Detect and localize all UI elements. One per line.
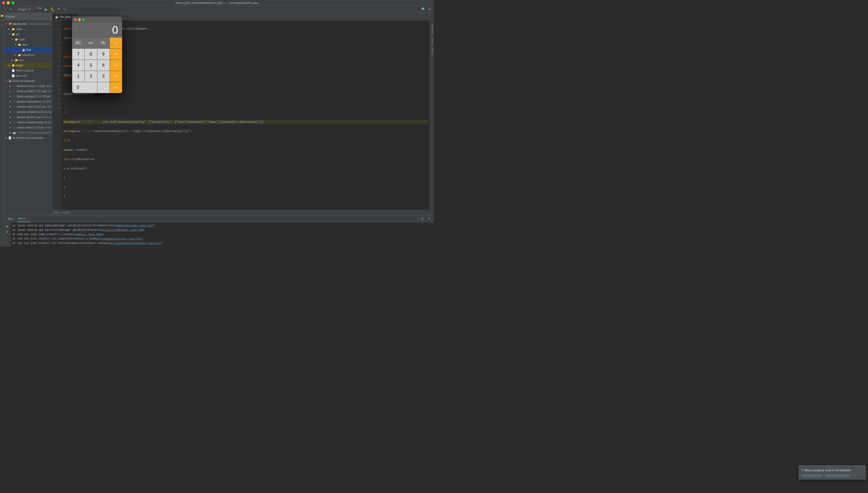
tree-item-fxtxml-jndi[interactable]: ▼ 📦 fxtxml_jndi ~/Downloads/fxtxml_jndi (4, 21, 52, 26)
calc-btn-plusminus[interactable]: +/- (85, 38, 97, 48)
jar-icon: ⬛ (13, 110, 16, 114)
calc-btn-6[interactable]: 6 (97, 60, 110, 71)
run-line-4: at com.sun.jndi.toolkit.ctx.ComponentCon… (13, 237, 432, 241)
structure-icon[interactable]: ☰ (0, 19, 4, 22)
tree-item-jackson-annotations[interactable]: ▶ ⬛ jackson-annotations-2.10.1.jar libra… (4, 99, 52, 104)
run-button[interactable]: ▶ (44, 6, 49, 12)
profile-button[interactable]: ⏱ (62, 6, 68, 12)
tree-item-anteros-core[interactable]: ▶ ⬛ Anteros-Core-1.1.9.jar library root (4, 83, 52, 89)
minimize-button[interactable] (7, 1, 10, 4)
settings-gear-button[interactable]: ⚙ (427, 6, 432, 12)
tree-item-target[interactable]: ▶ 📁 target (4, 63, 52, 68)
run-stop-button[interactable]: ■ (5, 229, 10, 234)
expand-arrow: ▶ (9, 121, 13, 124)
favorites-icon[interactable]: ★ (0, 23, 4, 27)
tree-item-main[interactable]: ▼ 📁 main (4, 37, 52, 42)
tree-item-ibatis[interactable]: ▶ ⬛ ibatis-sqlmap-2.3.4.726.jar library … (4, 94, 52, 99)
calc-close-button[interactable] (74, 18, 77, 21)
run-link-ldapctx[interactable]: LdapCtx.java:1085 (74, 233, 102, 236)
calc-btn-add[interactable]: + (110, 71, 122, 82)
run-settings-button[interactable]: ⚙ (419, 216, 425, 222)
tree-item-scratches[interactable]: ▶ 📝 Scratches and Consoles (4, 135, 52, 140)
tree-item-xbean[interactable]: ▶ ⬛ xbean-reflect-4.15.jar library root (4, 125, 52, 130)
run-link-naming-manager[interactable]: NamingManager.java:163 (117, 224, 153, 227)
tree-item-java[interactable]: ▼ 📁 java (4, 42, 52, 47)
run-label: Run: (8, 217, 14, 220)
calc-btn-2[interactable]: 2 (85, 71, 97, 82)
folder-icon: 📁 (12, 63, 15, 67)
run-link-component-context[interactable]: ComponentContext.java:542 (101, 237, 142, 240)
run-rerun-button[interactable]: ▶ (5, 223, 10, 229)
tree-item-jackson-core[interactable]: ▶ ⬛ jackson-core-2.10.1.jar library root (4, 104, 52, 109)
calc-btn-subtract[interactable]: − (110, 60, 122, 71)
content-area: Project ▼ 📦 fxtxml_jndi ~/Downloads/fxtx… (4, 13, 434, 246)
tree-item-iml[interactable]: 📄 fxtxml_jndi.iml (4, 68, 52, 73)
right-sidebar-gradle[interactable]: Gradle (430, 47, 434, 56)
tree-item-idea[interactable]: ▶ 📁 .idea (4, 26, 52, 31)
tree-item-test[interactable]: ▶ 📁 test (4, 58, 52, 63)
calc-btn-ac[interactable]: AC (72, 38, 84, 48)
calc-btn-divide[interactable]: ÷ (110, 38, 122, 48)
run-close-button[interactable]: ✕ (426, 216, 432, 222)
title-bar: fxtxml_jndi [~/Downloads/fxtxml_jndi] — … (0, 0, 434, 6)
tree-item-poc[interactable]: ☕ Poc (4, 47, 52, 52)
calc-btn-3[interactable]: 3 (97, 71, 110, 82)
settings-button[interactable]: ⚙ (8, 6, 14, 12)
toolbar-right: 🔍 ⚙ (420, 6, 432, 12)
tree-item-src[interactable]: ▼ 📁 src (4, 31, 52, 37)
project-folder-icon: 📦 (8, 22, 12, 26)
back-button[interactable]: ⬛ (2, 6, 7, 12)
run-tab-poc[interactable]: ▶ Poc ✕ (17, 215, 30, 222)
scratches-icon: 📝 (8, 136, 12, 140)
tree-item-metrics[interactable]: ▶ ⬛ metrics-healthchecks-3.0.2.jar libra… (4, 120, 52, 125)
calculator[interactable]: 0 AC +/- % ÷ 7 8 9 × 4 5 6 − 1 2 3 + 0 . (72, 17, 122, 93)
right-sidebar-maven[interactable]: Maven (430, 37, 434, 46)
expand-arrow: ▼ (5, 23, 8, 25)
calc-btn-9[interactable]: 9 (97, 49, 110, 60)
calc-btn-1[interactable]: 1 (72, 71, 84, 82)
jar-icon: ⬛ (13, 89, 16, 93)
calc-btn-4[interactable]: 4 (72, 60, 84, 71)
tree-item-jackson-databind[interactable]: ▶ ⬛ jackson-databind-2.9.10.3.jar librar… (4, 109, 52, 114)
run-link-generic-url[interactable]: GenericURLContext.java:205 (99, 246, 142, 246)
calc-btn-5[interactable]: 5 (85, 60, 97, 71)
project-icon[interactable]: 📁 (0, 14, 4, 18)
right-sidebar-database[interactable]: Database (430, 23, 434, 36)
expand-arrow: ▶ (9, 95, 13, 98)
folder-icon: 📁 (18, 43, 21, 46)
tree-item-javaee-api[interactable]: ▶ ⬛ javaee-api-8.0.1.jar library root (4, 114, 52, 120)
run-tab-close-icon[interactable]: ✕ (27, 217, 29, 220)
project-tree[interactable]: ▼ 📦 fxtxml_jndi ~/Downloads/fxtxml_jndi … (4, 20, 52, 215)
maximize-button[interactable] (12, 1, 15, 4)
calc-btn-multiply[interactable]: × (110, 49, 122, 60)
tree-label: .idea (16, 27, 22, 30)
run-scroll-up-button[interactable]: ↑ (5, 235, 10, 240)
calc-btn-equals[interactable]: = (110, 82, 122, 93)
project-dropdown[interactable]: Project ▼ (16, 7, 32, 12)
calc-btn-percent[interactable]: % (97, 38, 110, 48)
calc-btn-8[interactable]: 8 (85, 49, 97, 60)
tree-item-anteros-dbcp[interactable]: ▶ ⬛ Anteros-DBCP-1.0.1.jar library root (4, 89, 52, 94)
tree-item-resources[interactable]: ▶ 📁 resources (4, 52, 52, 58)
calc-minimize-button[interactable] (78, 18, 81, 21)
calc-btn-7[interactable]: 7 (72, 49, 84, 60)
expand-arrow: ▶ (9, 85, 13, 87)
close-button[interactable] (2, 1, 5, 4)
calc-btn-0[interactable]: 0 (72, 82, 97, 93)
run-link-directory-manager[interactable]: DirectoryManager.java:189 (102, 228, 143, 232)
tree-suffix: library root (51, 95, 52, 98)
tree-item-pom[interactable]: 📄 pom.xml (4, 73, 52, 78)
run-panel-header: Run: ▶ Poc ✕ ⚙ ✕ (4, 215, 434, 222)
search-everywhere-button[interactable]: 🔍 (420, 6, 426, 12)
run-link-partial-composite[interactable]: PartialCompositeContext.java:177 (109, 241, 161, 245)
tree-path: ~/Downloads/fxtxml_jndi (27, 23, 52, 25)
debug-button[interactable]: 🐛 (50, 6, 56, 12)
run-scroll-down-button[interactable]: ↓ (5, 240, 10, 246)
calc-maximize-button[interactable] (82, 18, 85, 21)
tree-item-jdk[interactable]: ▶ ☕ < 1.8 > /Library/Java/JavaVirtualMac… (4, 130, 52, 135)
coverage-button[interactable]: ☂ (56, 6, 62, 12)
calc-btn-decimal[interactable]: . (97, 82, 110, 93)
tree-item-external-libs[interactable]: ▼ 📚 External Libraries (4, 78, 52, 83)
tree-label: xbean-reflect-4.15.jar (17, 126, 44, 129)
code-line-16: e.printStackTr (63, 166, 428, 171)
